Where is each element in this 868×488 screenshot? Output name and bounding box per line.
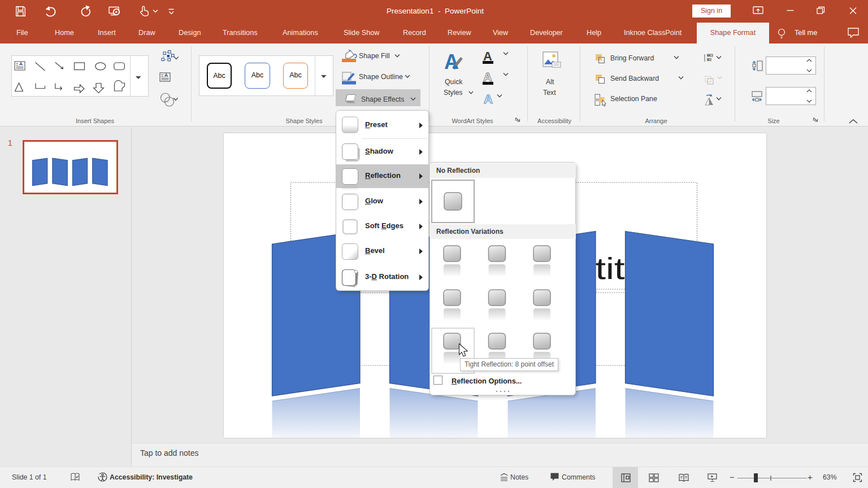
svg-text:A: A <box>484 92 493 106</box>
svg-text:tit: tit <box>596 251 625 285</box>
